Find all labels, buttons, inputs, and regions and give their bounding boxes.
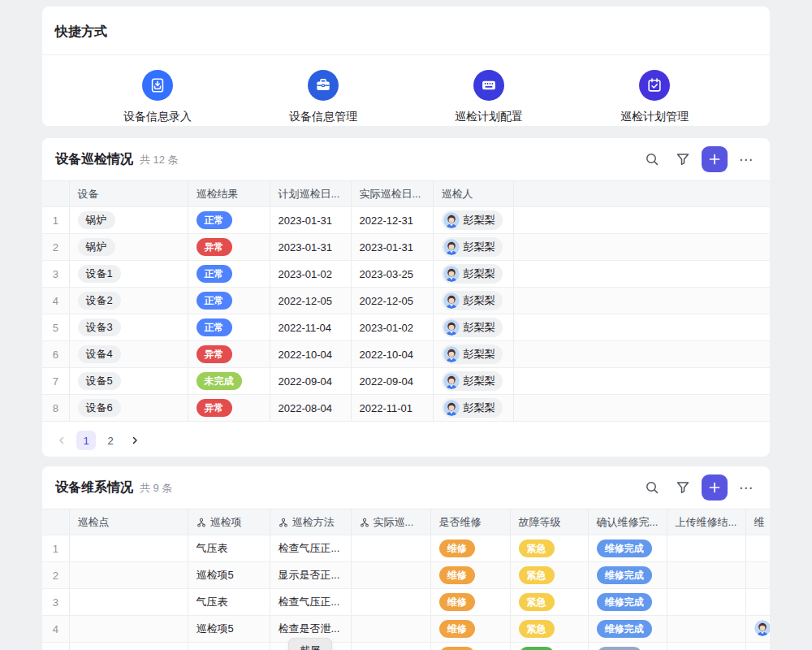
table-cell[interactable]: 维修完成 bbox=[588, 562, 667, 589]
table-cell[interactable]: 设备3 bbox=[69, 314, 188, 341]
table-cell[interactable]: 2022-10-04 bbox=[270, 341, 351, 368]
table-cell[interactable]: 彭梨梨 bbox=[433, 341, 513, 368]
filter-icon[interactable] bbox=[671, 475, 695, 500]
table-cell[interactable] bbox=[351, 589, 430, 616]
table-cell[interactable]: 正常 bbox=[188, 288, 270, 314]
table-cell[interactable] bbox=[69, 616, 188, 643]
table-cell[interactable]: 维修 bbox=[430, 643, 510, 650]
table-cell[interactable]: 维修中 bbox=[588, 643, 667, 650]
prev-page-icon[interactable] bbox=[52, 431, 71, 450]
search-icon[interactable] bbox=[640, 475, 664, 500]
shortcut-4[interactable]: 巡检计划管理 bbox=[598, 70, 711, 124]
table-cell[interactable]: 紧急 bbox=[510, 535, 588, 562]
table-cell[interactable]: 巡检项5 bbox=[188, 562, 270, 589]
add-record-button[interactable] bbox=[702, 146, 728, 172]
table-cell[interactable]: 维修 bbox=[430, 535, 510, 562]
table-cell[interactable]: 显示是否正... bbox=[270, 562, 351, 589]
shortcut-3[interactable]: 巡检计划配置 bbox=[432, 70, 546, 124]
table-cell[interactable]: 巡检项5 bbox=[188, 643, 270, 650]
table-cell[interactable]: 异常 bbox=[188, 234, 270, 261]
table-cell[interactable] bbox=[745, 643, 770, 650]
table-cell[interactable]: 巡检项5 bbox=[188, 616, 270, 643]
column-header[interactable]: 巡检方法 bbox=[270, 509, 351, 535]
table-cell[interactable]: 异常 bbox=[188, 341, 270, 368]
table-cell[interactable]: 紧急 bbox=[510, 616, 588, 643]
table-cell[interactable]: 2022-12-05 bbox=[351, 288, 433, 314]
table-cell[interactable]: 正常 bbox=[188, 207, 270, 234]
table-cell[interactable]: 异常 bbox=[188, 395, 270, 422]
table-cell[interactable] bbox=[69, 535, 188, 562]
table-cell[interactable]: 彭梨梨 bbox=[433, 368, 513, 395]
table-cell[interactable]: 维修 bbox=[430, 589, 510, 616]
column-header[interactable]: 上传维修结... bbox=[667, 509, 745, 535]
table-cell[interactable] bbox=[667, 535, 745, 562]
table-cell[interactable] bbox=[69, 562, 188, 589]
table-cell[interactable] bbox=[513, 341, 770, 368]
table-cell[interactable] bbox=[745, 616, 770, 643]
column-header[interactable]: 是否维修 bbox=[430, 509, 510, 535]
table-cell[interactable]: 维修完成 bbox=[588, 616, 667, 643]
table-cell[interactable]: 2022-11-01 bbox=[351, 395, 433, 422]
table-cell[interactable]: 2022-10-04 bbox=[351, 341, 433, 368]
table-cell[interactable]: 2022-09-04 bbox=[351, 368, 433, 395]
table-cell[interactable]: 紧急 bbox=[510, 562, 588, 589]
table-cell[interactable]: 锅炉 bbox=[69, 234, 188, 261]
table-cell[interactable] bbox=[351, 643, 430, 650]
table-cell[interactable] bbox=[513, 395, 770, 422]
table-cell[interactable]: 2023-01-31 bbox=[351, 234, 433, 261]
table-cell[interactable] bbox=[69, 643, 188, 650]
column-header[interactable]: 巡检点 bbox=[69, 509, 188, 535]
table-cell[interactable]: 设备1 bbox=[69, 261, 188, 288]
table-cell[interactable]: 气压表 bbox=[188, 589, 270, 616]
table-cell[interactable]: 2023-03-25 bbox=[351, 261, 433, 288]
column-header[interactable]: 故障等级 bbox=[510, 509, 588, 535]
table-cell[interactable]: 正常 bbox=[188, 261, 270, 288]
table-cell[interactable] bbox=[513, 314, 770, 341]
table-cell[interactable]: 彭梨梨 bbox=[433, 314, 513, 341]
table-cell[interactable]: 气压表 bbox=[188, 535, 270, 562]
column-header[interactable]: 计划巡检日... bbox=[270, 181, 351, 207]
table-cell[interactable] bbox=[513, 261, 770, 288]
table-cell[interactable]: 彭梨梨 bbox=[433, 288, 513, 314]
column-header[interactable]: 巡检结果 bbox=[188, 181, 270, 207]
table-cell[interactable] bbox=[513, 368, 770, 395]
table-cell[interactable] bbox=[745, 562, 770, 589]
search-icon[interactable] bbox=[640, 147, 664, 171]
table-cell[interactable]: 2023-01-31 bbox=[270, 234, 351, 261]
shortcut-1[interactable]: 设备信息录入 bbox=[101, 70, 214, 124]
table-cell[interactable]: 正常 bbox=[188, 314, 270, 341]
table-cell[interactable]: 紧急 bbox=[510, 589, 588, 616]
table-cell[interactable]: 彭梨梨 bbox=[433, 395, 513, 422]
table-cell[interactable] bbox=[513, 207, 770, 234]
table-cell[interactable]: 维修完成 bbox=[588, 535, 667, 562]
table-cell[interactable] bbox=[351, 562, 430, 589]
column-header[interactable]: 维 bbox=[745, 509, 770, 535]
table-cell[interactable]: 彭梨梨 bbox=[433, 234, 513, 261]
table-cell[interactable]: 设备2 bbox=[69, 288, 188, 314]
table-cell[interactable]: 设备6 bbox=[69, 395, 188, 422]
table-cell[interactable]: 维修 bbox=[430, 616, 510, 643]
column-header[interactable]: 设备 bbox=[69, 181, 188, 207]
table-cell[interactable] bbox=[69, 589, 188, 616]
column-header[interactable]: 巡检项 bbox=[188, 509, 270, 535]
table-cell[interactable] bbox=[667, 589, 745, 616]
table-cell[interactable]: 重要 bbox=[510, 643, 588, 650]
table-cell[interactable]: 2023-01-02 bbox=[351, 314, 433, 341]
table-cell[interactable] bbox=[667, 562, 745, 589]
table-cell[interactable] bbox=[513, 234, 770, 261]
table-cell[interactable]: 设备4 bbox=[69, 341, 188, 368]
table-cell[interactable]: 未完成 bbox=[188, 368, 270, 395]
shortcut-2[interactable]: 设备信息管理 bbox=[266, 70, 380, 124]
table-cell[interactable] bbox=[667, 643, 745, 650]
table-cell[interactable]: 2022-12-31 bbox=[351, 207, 433, 234]
table-cell[interactable]: 2022-08-04 bbox=[270, 395, 351, 422]
table-cell[interactable]: 2022-09-04 bbox=[270, 368, 351, 395]
column-header[interactable]: 确认维修完... bbox=[588, 509, 667, 535]
table-cell[interactable]: 设备5 bbox=[69, 368, 188, 395]
table-cell[interactable] bbox=[667, 616, 745, 643]
table-cell[interactable]: 2022-11-04 bbox=[270, 314, 351, 341]
table-cell[interactable]: 检查气压正... bbox=[270, 589, 351, 616]
table-cell[interactable] bbox=[745, 589, 770, 616]
table-cell[interactable] bbox=[513, 288, 770, 314]
table-cell[interactable]: 维修 bbox=[430, 562, 510, 589]
